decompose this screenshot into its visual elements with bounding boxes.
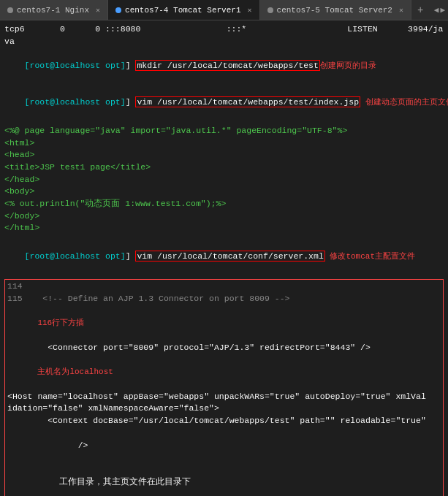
cmd-vim-server-text: vim /usr/local/tomcat/conf/server.xml: [131, 251, 325, 262]
prompt-vim-server: [root@localhost opt]: [25, 251, 126, 261]
nav-next[interactable]: ▶: [440, 5, 445, 15]
line-body-close: </body>: [4, 210, 444, 223]
tab-dot-tomcat1: [115, 7, 121, 13]
bracket-vim-server: ]: [126, 251, 131, 261]
line-connector: <Connector port="8009" protocol="AJP/1.3…: [7, 342, 441, 354]
line-114: 114: [7, 281, 441, 293]
prompt-vim-index: [root@localhost opt]: [25, 97, 126, 107]
tab-dot-nginx: [7, 7, 13, 13]
line-title: <title>JSP test1 page</title>: [4, 161, 444, 174]
tab-nav: ◀ ▶: [434, 5, 448, 15]
ann-workdir: 工作目录，其主页文件在此目录下: [37, 477, 213, 487]
ann-116: 116行下方插: [37, 318, 84, 327]
line-vim-index: [root@localhost opt]] vim /usr/local/tom…: [4, 85, 444, 121]
line-workdir-ann: 工作目录，其主页文件在此目录下: [7, 464, 441, 496]
line-116: 116行下方插: [7, 305, 441, 342]
tab-label-tomcat2: centos7-5 Tomcat Server2: [277, 6, 392, 15]
line-115: 115 <!-- Define an AJP 1.3 Connector on …: [7, 293, 441, 305]
prompt-mkdir: [root@localhost opt]: [25, 61, 126, 70]
line-117-ann: 主机名为localhost: [7, 354, 441, 391]
tab-tomcat1[interactable]: centos7-4 Tomcat Server1 ✕: [108, 0, 259, 20]
cmd-mkdir-text: mkdir /usr/local/tomcat/webapps/test: [131, 60, 320, 71]
tab-close-tomcat1[interactable]: ✕: [248, 6, 252, 15]
line-context: <Context docBase="/usr/local/tomcat/weba…: [7, 415, 441, 427]
line-jsp1: <%@ page language="java" import="java.ut…: [4, 125, 444, 137]
cmd-mkdir: ]: [126, 61, 131, 70]
line-tcp: tcp6 0 0 :::8080 :::* LISTEN 3994/ja: [4, 23, 444, 36]
tab-nginx[interactable]: centos7-1 Nginx ✕: [0, 0, 108, 20]
tab-close-nginx[interactable]: ✕: [96, 6, 100, 15]
context-slash: />: [37, 440, 88, 450]
tab-bar: centos7-1 Nginx ✕ centos7-4 Tomcat Serve…: [0, 0, 448, 20]
ann-localhost: 主机名为localhost: [37, 367, 113, 376]
tab-dot-tomcat2: [267, 7, 273, 13]
line-va: va: [4, 36, 444, 48]
tab-label-nginx: centos7-1 Nginx: [17, 6, 89, 15]
xml-block: 114 115 <!-- Define an AJP 1.3 Connector…: [4, 279, 444, 496]
terminal-area[interactable]: tcp6 0 0 :::8080 :::* LISTEN 3994/ja va …: [0, 20, 448, 496]
ann-mkdir: 创建网页的目录: [320, 61, 376, 70]
tab-add-button[interactable]: +: [411, 4, 429, 16]
bracket-vim-index: ]: [126, 97, 131, 107]
tab-tomcat2[interactable]: centos7-5 Tomcat Server2 ✕: [260, 0, 411, 20]
line-host-open: <Host name="localhost" appBase="webapps"…: [7, 391, 441, 403]
tab-label-tomcat1: centos7-4 Tomcat Server1: [125, 6, 240, 15]
line-println: <% out.println("动态页面 1:www.test1.com");%…: [4, 198, 444, 210]
line-html-open: <html>: [4, 137, 444, 150]
line-html-close: </html>: [4, 222, 444, 234]
line-host-cont: idation="false" xmlNamespaceAware="false…: [7, 402, 441, 415]
ann-vim-server: 修改tomcat主配置文件: [325, 252, 415, 261]
tab-close-tomcat2[interactable]: ✕: [399, 6, 403, 15]
cmd-vim-index-text: vim /usr/local/tomcat/webapps/test/index…: [131, 96, 361, 107]
line-mkdir: [root@localhost opt]] mkdir /usr/local/t…: [4, 47, 444, 84]
ann-vim-index: 创建动态页面的主页文件: [360, 98, 448, 107]
line-context-close: />: [7, 427, 441, 464]
line-head-close: </head>: [4, 174, 444, 186]
line-head-open: <head>: [4, 149, 444, 161]
line-vim-server: [root@localhost opt]] vim /usr/local/tom…: [4, 238, 444, 275]
nav-prev[interactable]: ◀: [434, 5, 439, 15]
line-body-open: <body>: [4, 186, 444, 198]
